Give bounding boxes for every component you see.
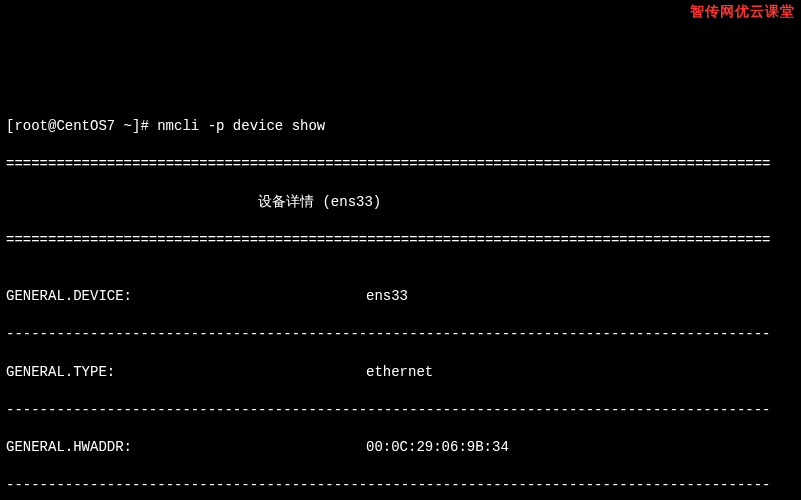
- header-device: ens33: [331, 194, 373, 210]
- separator-equals-bottom: ========================================…: [6, 231, 795, 250]
- val-general-device: ens33: [366, 287, 408, 306]
- header-suffix: ): [373, 194, 381, 210]
- separator-dash: ----------------------------------------…: [6, 476, 795, 495]
- separator-dash: ----------------------------------------…: [6, 401, 795, 420]
- separator-dash: ----------------------------------------…: [6, 325, 795, 344]
- header-prefix: 设备详情 (: [6, 194, 331, 210]
- section-header: 设备详情 (ens33): [6, 193, 795, 212]
- val-general-hwaddr: 00:0C:29:06:9B:34: [366, 438, 509, 457]
- watermark-text: 智传网优云课堂: [690, 2, 795, 21]
- shell-prompt: [root@CentOS7 ~]#: [6, 117, 149, 136]
- key-general-type: GENERAL.TYPE:: [6, 363, 366, 382]
- val-general-type: ethernet: [366, 363, 433, 382]
- separator-equals-top: ========================================…: [6, 155, 795, 174]
- row-general-hwaddr: GENERAL.HWADDR:00:0C:29:06:9B:34: [6, 438, 795, 457]
- key-general-hwaddr: GENERAL.HWADDR:: [6, 438, 366, 457]
- command-line: [root@CentOS7 ~]# nmcli -p device show: [6, 117, 795, 136]
- row-general-device: GENERAL.DEVICE:ens33: [6, 287, 795, 306]
- entered-command: nmcli -p device show: [157, 117, 325, 136]
- row-general-type: GENERAL.TYPE:ethernet: [6, 363, 795, 382]
- key-general-device: GENERAL.DEVICE:: [6, 287, 366, 306]
